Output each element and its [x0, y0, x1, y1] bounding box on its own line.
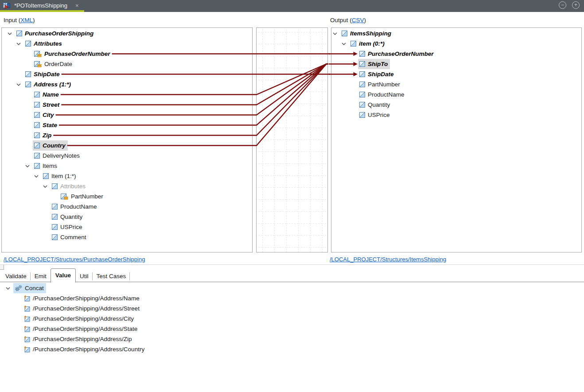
tab-validate[interactable]: Validate — [1, 271, 31, 283]
chevron-down-icon[interactable] — [5, 283, 11, 293]
input-tree-row-quantity[interactable]: Quantity — [2, 212, 252, 222]
tab-test-cases[interactable]: Test Cases — [93, 271, 130, 283]
value-tree-row-purchaseordershipping-address-name[interactable]: /PurchaseOrderShipping/Address/Name — [0, 293, 584, 303]
input-tree-label: Attributes — [60, 183, 86, 190]
input-tree-row-productname[interactable]: ProductName — [2, 202, 252, 212]
input-tree-row-attributes[interactable]: Attributes — [2, 39, 252, 49]
output-tree-row-shipdate[interactable]: ShipDate — [331, 69, 581, 79]
element-icon — [359, 61, 365, 67]
argument-ref-icon — [23, 315, 30, 322]
element-icon — [34, 112, 40, 118]
element-icon — [52, 204, 58, 210]
input-tree-label: Quantity — [60, 213, 82, 220]
argument-ref-icon — [23, 295, 30, 302]
splitter[interactable] — [0, 264, 584, 265]
titlebar: *POToItemsShipping × − + — [0, 0, 584, 12]
output-tree-row-usprice[interactable]: USPrice — [331, 110, 581, 120]
input-structure-link[interactable]: /LOCAL_PROJECT/Structures/PurchaseOrderS… — [4, 256, 145, 263]
input-tree-row-partnumber[interactable]: PartNumber — [2, 191, 252, 202]
output-tree-row-quantity[interactable]: Quantity — [331, 100, 581, 110]
value-tree-row-purchaseordershipping-address-zip[interactable]: /PurchaseOrderShipping/Address/Zip — [0, 334, 584, 344]
output-tree-row-item-0[interactable]: item (0:*) — [331, 39, 581, 49]
element-icon — [34, 122, 40, 128]
element-icon — [359, 102, 365, 108]
value-tree-row-concat[interactable]: Concat — [0, 283, 584, 293]
output-format-link[interactable]: CSV — [352, 17, 364, 23]
input-tree-row-name[interactable]: Name — [2, 89, 252, 100]
chevron-down-icon[interactable] — [25, 161, 30, 171]
input-tree-row-comment[interactable]: Comment — [2, 232, 252, 242]
input-tree-row-purchaseordershipping[interactable]: PurchaseOrderShipping — [2, 28, 252, 39]
chevron-down-icon[interactable] — [341, 39, 347, 49]
element-icon — [25, 41, 31, 47]
input-tree-row-usprice[interactable]: USPrice — [2, 222, 252, 232]
output-header-prefix: Output ( — [330, 17, 352, 23]
tab-value[interactable]: Value — [51, 268, 76, 283]
output-tree-row-itemsshipping[interactable]: ItemsShipping — [331, 28, 581, 39]
element-icon — [359, 112, 365, 118]
attribute-icon — [61, 194, 68, 200]
output-tree-row-purchaseordernumber[interactable]: PurchaseOrderNumber — [331, 49, 581, 59]
input-tree-row-shipdate[interactable]: ShipDate — [2, 69, 252, 79]
input-tree-row-items[interactable]: Items — [2, 161, 252, 171]
element-icon — [34, 92, 40, 97]
chevron-down-icon[interactable] — [332, 28, 338, 39]
chevron-down-icon[interactable] — [16, 79, 21, 89]
element-icon — [34, 153, 40, 159]
attribute-icon — [34, 51, 42, 57]
element-icon — [25, 82, 31, 87]
element-icon — [52, 214, 58, 220]
element-icon — [34, 143, 40, 148]
value-tree-row-purchaseordershipping-address-country[interactable]: /PurchaseOrderShipping/Address/Country — [0, 344, 584, 354]
input-header-suffix: ) — [33, 17, 35, 23]
input-tree-row-attributes[interactable]: Attributes — [2, 181, 252, 191]
value-tree-row-purchaseordershipping-address-state[interactable]: /PurchaseOrderShipping/Address/State — [0, 324, 584, 334]
element-icon — [34, 102, 40, 108]
active-tab-underline — [0, 10, 84, 12]
output-structure-link[interactable]: /LOCAL_PROJECT/Structures/ItemsShipping — [330, 256, 446, 263]
chevron-down-icon[interactable] — [43, 181, 48, 191]
input-tree-row-country[interactable]: Country — [2, 140, 252, 151]
chevron-down-icon[interactable] — [34, 171, 39, 181]
output-tree-row-partnumber[interactable]: PartNumber — [331, 79, 581, 89]
value-tree-row-purchaseordershipping-address-street[interactable]: /PurchaseOrderShipping/Address/Street — [0, 303, 584, 314]
value-tree-row-purchaseordershipping-address-city[interactable]: /PurchaseOrderShipping/Address/City — [0, 314, 584, 324]
input-tree-label: Address (1:*) — [34, 81, 71, 88]
input-tree-label: ProductName — [60, 203, 97, 210]
close-icon[interactable]: × — [75, 2, 79, 9]
input-tree-row-deliverynotes[interactable]: DeliveryNotes — [2, 151, 252, 161]
tab-emit[interactable]: Emit — [31, 271, 51, 283]
chevron-down-icon[interactable] — [7, 28, 12, 39]
input-tree-row-city[interactable]: City — [2, 110, 252, 120]
tab-util[interactable]: Util — [76, 271, 93, 283]
input-tree-label: State — [43, 122, 57, 128]
input-tree-row-address-1[interactable]: Address (1:*) — [2, 79, 252, 89]
output-header: Output (CSV) — [330, 17, 366, 23]
zoom-out-button[interactable]: − — [559, 1, 566, 9]
input-tree-label: Comment — [60, 234, 86, 241]
input-format-link[interactable]: XML — [20, 17, 33, 23]
chevron-down-icon[interactable] — [16, 39, 21, 49]
element-icon — [52, 183, 58, 189]
output-tree-row-shipto[interactable]: ShipTo — [331, 59, 581, 69]
element-icon — [52, 234, 58, 240]
editor-tab-title: *POToItemsShipping — [14, 2, 67, 9]
input-header: Input (XML) — [4, 17, 35, 23]
input-tree-row-zip[interactable]: Zip — [2, 130, 252, 140]
zoom-in-button[interactable]: + — [572, 1, 580, 9]
input-tree-label: Items — [43, 163, 57, 169]
editor-tab[interactable]: *POToItemsShipping × — [0, 0, 84, 12]
mapping-editor-window: *POToItemsShipping × − + Input (XML) Out… — [0, 0, 584, 392]
input-tree-row-street[interactable]: Street — [2, 100, 252, 110]
input-tree-label: Item (1:*) — [51, 173, 76, 179]
output-header-suffix: ) — [364, 17, 366, 23]
output-tree-row-productname[interactable]: ProductName — [331, 89, 581, 100]
input-tree-row-item-1[interactable]: Item (1:*) — [2, 171, 252, 181]
input-tree-row-state[interactable]: State — [2, 120, 252, 130]
input-tree-row-orderdate[interactable]: OrderDate — [2, 59, 252, 69]
element-icon — [359, 71, 365, 77]
input-tree-label: Country — [43, 142, 66, 149]
output-tree-label: ProductName — [368, 91, 405, 98]
output-tree-label: item (0:*) — [359, 40, 385, 47]
input-tree-row-purchaseordernumber[interactable]: PurchaseOrderNumber — [2, 49, 252, 59]
